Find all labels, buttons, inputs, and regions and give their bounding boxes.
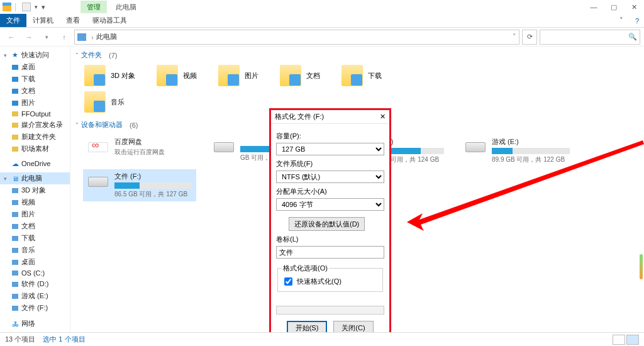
qat-divider: │ (14, 3, 18, 11)
qat-overflow[interactable]: ▾ (42, 3, 45, 11)
tree-quick-access[interactable]: ▾★快速访问 (0, 49, 70, 61)
ribbon-expand-button[interactable]: ˅ (613, 14, 630, 27)
folder-item[interactable]: 视频 (155, 64, 198, 87)
contextual-tab-manage[interactable]: 管理 (80, 1, 107, 13)
start-button[interactable]: 开始(S) (287, 321, 327, 332)
tree-pc-item[interactable]: 文档 (0, 220, 70, 232)
address-bar[interactable]: › 此电脑 ˅ (74, 30, 519, 45)
tree-pc-item[interactable]: 3D 对象 (0, 184, 70, 196)
tree-pc-item[interactable]: 图片 (0, 208, 70, 220)
close-format-button[interactable]: 关闭(C) (333, 321, 374, 332)
nav-tree[interactable]: ▾★快速访问 桌面下载文档图片FFOutput媒介宣发名录新建文件夹职场素材 ☁… (0, 47, 70, 332)
scrollbar-accent (640, 254, 643, 279)
close-button[interactable]: ✕ (624, 0, 644, 14)
tree-quick-item[interactable]: 文档 (0, 85, 70, 97)
capacity-select[interactable]: 127 GB (276, 143, 384, 155)
filesystem-select[interactable]: NTFS (默认) (276, 170, 384, 183)
nav-bar: ← → ▾ ↑ › 此电脑 ˅ ⟳ 🔍 (0, 28, 644, 47)
tree-quick-item[interactable]: 图片 (0, 97, 70, 109)
folder-item[interactable]: 图片 (217, 64, 260, 87)
title-bar: │ ▾ ▾ 管理 此电脑 — ▢ ✕ (0, 0, 644, 14)
tree-pc-item[interactable]: OS (C:) (0, 268, 70, 278)
search-icon: 🔍 (628, 33, 637, 41)
pc-icon (77, 33, 86, 41)
tree-pc-item[interactable]: 视频 (0, 196, 70, 208)
window-title: 此电脑 (116, 3, 136, 12)
nav-back-button[interactable]: ← (4, 30, 19, 45)
view-details-button[interactable] (613, 335, 625, 345)
crumb-root[interactable]: 此电脑 (96, 32, 117, 42)
tree-pc-item[interactable]: 桌面 (0, 256, 70, 268)
status-item-count: 13 个项目 (5, 335, 35, 344)
tree-pc-item[interactable]: 音乐 (0, 244, 70, 256)
help-button[interactable]: ? (630, 14, 644, 27)
drive-item[interactable]: 游戏 (E:)89.9 GB 可用，共 122 GB (460, 135, 574, 167)
tree-quick-item[interactable]: 职场素材 (0, 143, 70, 155)
volume-label-caption: 卷标(L) (276, 235, 384, 244)
search-box[interactable]: 🔍 (540, 30, 640, 45)
folder-item[interactable]: 下载 (340, 64, 383, 87)
qat-properties-icon[interactable] (22, 3, 31, 11)
tree-pc-item[interactable]: 文件 (F:) (0, 302, 70, 314)
format-dialog: 格式化 文件 (F:) ✕ 容量(P): 127 GB 文件系统(F) NTFS… (269, 108, 391, 332)
folder-item[interactable]: 音乐 (83, 90, 126, 114)
tree-quick-item[interactable]: 桌面 (0, 61, 70, 73)
tree-quick-item[interactable]: 媒介宣发名录 (0, 119, 70, 131)
filesystem-label: 文件系统(F) (276, 159, 384, 169)
tree-network[interactable]: 🖧网络 (0, 318, 70, 330)
device-baidu-netdisk[interactable]: ∞ 百度网盘 双击运行百度网盘 (83, 135, 196, 167)
allocation-label: 分配单元大小(A) (276, 187, 384, 196)
nav-up-button[interactable]: ↑ (57, 30, 72, 45)
nav-recent-button[interactable]: ▾ (39, 30, 54, 45)
quick-format-option[interactable]: 快速格式化(Q) (282, 276, 379, 287)
tree-pc-item[interactable]: 下载 (0, 232, 70, 244)
refresh-button[interactable]: ⟳ (522, 30, 537, 45)
app-icon (3, 3, 11, 11)
minimize-button[interactable]: — (584, 0, 604, 14)
ribbon-tab-file[interactable]: 文件 (0, 14, 26, 27)
group-folders-header[interactable]: ˅文件夹 (7) (70, 47, 644, 64)
tree-this-pc[interactable]: ▾🖥此电脑 (0, 172, 70, 184)
allocation-select[interactable]: 4096 字节 (276, 198, 384, 211)
dialog-title: 格式化 文件 (F:) (275, 112, 324, 121)
folder-item[interactable]: 3D 对象 (83, 64, 136, 87)
nav-forward-button[interactable]: → (21, 30, 36, 45)
tree-onedrive[interactable]: ☁OneDrive (0, 159, 70, 169)
ribbon-tabs: 文件 计算机 查看 驱动器工具 ˅ ? (0, 14, 644, 28)
dialog-close-button[interactable]: ✕ (380, 113, 386, 121)
view-large-icons-button[interactable] (626, 335, 639, 345)
ribbon-tab-drive-tools[interactable]: 驱动器工具 (86, 14, 133, 27)
address-dropdown-icon[interactable]: ˅ (513, 33, 516, 41)
folder-item[interactable]: 文档 (279, 64, 321, 87)
capacity-label: 容量(P): (276, 131, 384, 141)
ribbon-tab-view[interactable]: 查看 (60, 14, 86, 27)
tree-pc-item[interactable]: 软件 (D:) (0, 278, 70, 290)
format-progress-bar (276, 306, 384, 315)
tree-quick-item[interactable]: FFOutput (0, 109, 70, 119)
qat-dropdown-icon[interactable]: ▾ (35, 4, 38, 10)
status-bar: 13 个项目 选中 1 个项目 (0, 332, 644, 346)
volume-label-input[interactable] (276, 246, 384, 259)
restore-defaults-button[interactable]: 还原设备的默认值(D) (289, 217, 365, 231)
quick-format-checkbox[interactable] (284, 277, 292, 286)
maximize-button[interactable]: ▢ (604, 0, 624, 14)
ribbon-tab-computer[interactable]: 计算机 (26, 14, 60, 27)
tree-pc-item[interactable]: 游戏 (E:) (0, 290, 70, 302)
status-selection-count: 选中 1 个项目 (43, 335, 85, 344)
tree-quick-item[interactable]: 下载 (0, 73, 70, 85)
content-area: ˅文件夹 (7) 3D 对象视频图片文档下载 音乐 ˅设备和驱动器 (6) ∞ … (70, 47, 644, 332)
tree-quick-item[interactable]: 新建文件夹 (0, 131, 70, 143)
format-options-legend: 格式化选项(O) (282, 264, 329, 273)
drive-item[interactable]: 文件 (F:)86.5 GB 可用，共 127 GB (83, 169, 196, 201)
